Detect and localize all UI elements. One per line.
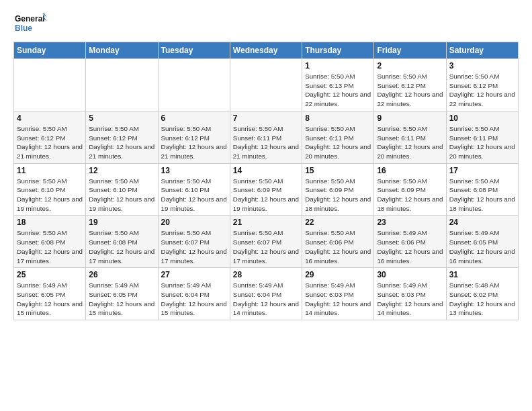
day-number: 10 [449, 113, 515, 123]
day-info: Sunrise: 5:50 AM Sunset: 6:12 PM Dayligh… [17, 124, 83, 161]
svg-text:Blue: Blue [15, 24, 32, 33]
calendar-cell: 15Sunrise: 5:50 AM Sunset: 6:09 PM Dayli… [302, 163, 374, 216]
dow-header-friday: Friday [374, 42, 446, 59]
day-number: 8 [305, 113, 371, 123]
day-info: Sunrise: 5:49 AM Sunset: 6:05 PM Dayligh… [17, 281, 83, 318]
calendar-cell: 12Sunrise: 5:50 AM Sunset: 6:10 PM Dayli… [86, 163, 158, 216]
day-info: Sunrise: 5:50 AM Sunset: 6:08 PM Dayligh… [17, 228, 83, 265]
day-info: Sunrise: 5:49 AM Sunset: 6:04 PM Dayligh… [233, 281, 299, 318]
day-number: 24 [449, 218, 515, 227]
calendar-cell: 31Sunrise: 5:48 AM Sunset: 6:02 PM Dayli… [446, 268, 518, 320]
calendar-cell: 1Sunrise: 5:50 AM Sunset: 6:13 PM Daylig… [302, 59, 374, 111]
calendar-cell [86, 59, 158, 111]
calendar-cell: 30Sunrise: 5:49 AM Sunset: 6:03 PM Dayli… [374, 268, 446, 320]
calendar-cell: 7Sunrise: 5:50 AM Sunset: 6:11 PM Daylig… [230, 111, 302, 163]
dow-header-tuesday: Tuesday [158, 42, 230, 59]
day-number: 15 [305, 166, 371, 175]
calendar-cell: 3Sunrise: 5:50 AM Sunset: 6:12 PM Daylig… [446, 59, 518, 111]
day-info: Sunrise: 5:50 AM Sunset: 6:12 PM Dayligh… [89, 124, 154, 161]
calendar-cell: 27Sunrise: 5:49 AM Sunset: 6:04 PM Dayli… [158, 268, 230, 320]
calendar-cell: 29Sunrise: 5:49 AM Sunset: 6:03 PM Dayli… [302, 268, 374, 320]
day-info: Sunrise: 5:49 AM Sunset: 6:03 PM Dayligh… [377, 281, 443, 318]
calendar-cell [230, 59, 302, 111]
header: General Blue [13, 11, 519, 36]
day-number: 13 [161, 166, 227, 175]
dow-header-saturday: Saturday [446, 42, 518, 59]
calendar-cell: 4Sunrise: 5:50 AM Sunset: 6:12 PM Daylig… [14, 111, 86, 163]
day-number: 23 [377, 218, 443, 227]
day-info: Sunrise: 5:50 AM Sunset: 6:11 PM Dayligh… [305, 124, 371, 161]
dow-header-sunday: Sunday [14, 42, 86, 59]
day-number: 14 [233, 166, 299, 175]
day-number: 20 [161, 218, 227, 227]
day-number: 30 [377, 270, 443, 279]
day-info: Sunrise: 5:50 AM Sunset: 6:11 PM Dayligh… [377, 124, 443, 161]
calendar-cell: 16Sunrise: 5:50 AM Sunset: 6:09 PM Dayli… [374, 163, 446, 216]
day-number: 5 [89, 113, 154, 123]
day-number: 9 [377, 113, 443, 123]
day-number: 29 [305, 270, 371, 279]
day-info: Sunrise: 5:50 AM Sunset: 6:08 PM Dayligh… [449, 177, 515, 214]
calendar-cell: 13Sunrise: 5:50 AM Sunset: 6:10 PM Dayli… [158, 163, 230, 216]
calendar-cell: 2Sunrise: 5:50 AM Sunset: 6:12 PM Daylig… [374, 59, 446, 111]
day-info: Sunrise: 5:50 AM Sunset: 6:12 PM Dayligh… [449, 72, 515, 109]
calendar-cell: 9Sunrise: 5:50 AM Sunset: 6:11 PM Daylig… [374, 111, 446, 163]
day-info: Sunrise: 5:49 AM Sunset: 6:04 PM Dayligh… [161, 281, 227, 318]
day-number: 22 [305, 218, 371, 227]
calendar-cell: 28Sunrise: 5:49 AM Sunset: 6:04 PM Dayli… [230, 268, 302, 320]
day-info: Sunrise: 5:48 AM Sunset: 6:02 PM Dayligh… [449, 281, 515, 318]
day-number: 3 [449, 61, 515, 71]
calendar-cell: 18Sunrise: 5:50 AM Sunset: 6:08 PM Dayli… [14, 216, 86, 268]
day-number: 1 [305, 61, 371, 71]
day-info: Sunrise: 5:50 AM Sunset: 6:12 PM Dayligh… [377, 72, 443, 109]
day-info: Sunrise: 5:50 AM Sunset: 6:12 PM Dayligh… [161, 124, 227, 161]
day-number: 18 [17, 218, 83, 227]
calendar-cell: 19Sunrise: 5:50 AM Sunset: 6:08 PM Dayli… [86, 216, 158, 268]
day-number: 11 [17, 166, 83, 175]
calendar-cell: 5Sunrise: 5:50 AM Sunset: 6:12 PM Daylig… [86, 111, 158, 163]
calendar-table: SundayMondayTuesdayWednesdayThursdayFrid… [13, 42, 519, 320]
day-info: Sunrise: 5:50 AM Sunset: 6:09 PM Dayligh… [233, 177, 299, 214]
calendar-cell: 24Sunrise: 5:49 AM Sunset: 6:05 PM Dayli… [446, 216, 518, 268]
day-info: Sunrise: 5:50 AM Sunset: 6:07 PM Dayligh… [161, 228, 227, 265]
calendar-cell: 22Sunrise: 5:50 AM Sunset: 6:06 PM Dayli… [302, 216, 374, 268]
day-number: 27 [161, 270, 227, 279]
day-number: 6 [161, 113, 227, 123]
day-number: 16 [377, 166, 443, 175]
calendar-cell: 11Sunrise: 5:50 AM Sunset: 6:10 PM Dayli… [14, 163, 86, 216]
day-number: 31 [449, 270, 515, 279]
day-number: 4 [17, 113, 83, 123]
logo: General Blue [13, 11, 47, 36]
day-info: Sunrise: 5:50 AM Sunset: 6:11 PM Dayligh… [449, 124, 515, 161]
dow-header-wednesday: Wednesday [230, 42, 302, 59]
day-info: Sunrise: 5:50 AM Sunset: 6:10 PM Dayligh… [161, 177, 227, 214]
day-number: 21 [233, 218, 299, 227]
day-info: Sunrise: 5:50 AM Sunset: 6:06 PM Dayligh… [305, 228, 371, 265]
svg-text:General: General [15, 14, 45, 24]
calendar-cell [158, 59, 230, 111]
day-number: 25 [17, 270, 83, 279]
day-number: 2 [377, 61, 443, 71]
day-info: Sunrise: 5:50 AM Sunset: 6:13 PM Dayligh… [305, 72, 371, 109]
day-info: Sunrise: 5:50 AM Sunset: 6:11 PM Dayligh… [233, 124, 299, 161]
calendar-cell: 8Sunrise: 5:50 AM Sunset: 6:11 PM Daylig… [302, 111, 374, 163]
day-number: 28 [233, 270, 299, 279]
dow-header-thursday: Thursday [302, 42, 374, 59]
day-info: Sunrise: 5:50 AM Sunset: 6:08 PM Dayligh… [89, 228, 154, 265]
day-info: Sunrise: 5:49 AM Sunset: 6:06 PM Dayligh… [377, 228, 443, 265]
calendar-cell: 6Sunrise: 5:50 AM Sunset: 6:12 PM Daylig… [158, 111, 230, 163]
calendar-cell: 17Sunrise: 5:50 AM Sunset: 6:08 PM Dayli… [446, 163, 518, 216]
calendar-cell: 25Sunrise: 5:49 AM Sunset: 6:05 PM Dayli… [14, 268, 86, 320]
day-number: 19 [89, 218, 154, 227]
day-number: 12 [89, 166, 154, 175]
day-info: Sunrise: 5:50 AM Sunset: 6:09 PM Dayligh… [377, 177, 443, 214]
dow-header-monday: Monday [86, 42, 158, 59]
calendar-cell: 26Sunrise: 5:49 AM Sunset: 6:05 PM Dayli… [86, 268, 158, 320]
day-info: Sunrise: 5:50 AM Sunset: 6:10 PM Dayligh… [89, 177, 154, 214]
day-info: Sunrise: 5:50 AM Sunset: 6:09 PM Dayligh… [305, 177, 371, 214]
calendar-cell: 10Sunrise: 5:50 AM Sunset: 6:11 PM Dayli… [446, 111, 518, 163]
day-number: 17 [449, 166, 515, 175]
calendar-cell: 23Sunrise: 5:49 AM Sunset: 6:06 PM Dayli… [374, 216, 446, 268]
calendar-cell: 14Sunrise: 5:50 AM Sunset: 6:09 PM Dayli… [230, 163, 302, 216]
day-info: Sunrise: 5:50 AM Sunset: 6:10 PM Dayligh… [17, 177, 83, 214]
